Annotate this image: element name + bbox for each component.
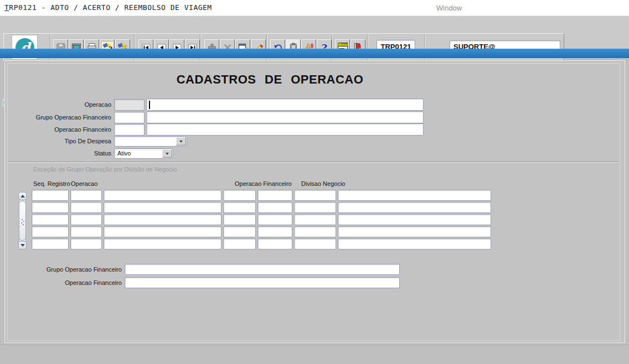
grid-cell-r5-c4[interactable] bbox=[223, 238, 256, 249]
grid-cell-r1-c1[interactable] bbox=[32, 190, 69, 201]
grid-cell-r1-c3[interactable] bbox=[104, 190, 221, 201]
grid-cell-r3-c5[interactable] bbox=[257, 214, 292, 225]
section-divider bbox=[8, 162, 619, 163]
grid-cell-r5-c6[interactable] bbox=[294, 238, 336, 249]
grid-cell-r1-c7[interactable] bbox=[338, 190, 491, 201]
svg-text:Menu: Menu bbox=[338, 43, 347, 46]
grid-cell-r2-c1[interactable] bbox=[32, 202, 69, 213]
grid-cell-r1-c2[interactable] bbox=[70, 190, 102, 201]
bottom-tab-bar: Solicitacao NumerarioAcerto NumerarioRee… bbox=[0, 345, 629, 364]
label-operacao-financeiro: Operacao Financeiro bbox=[17, 126, 111, 133]
grid-cell-r5-c7[interactable] bbox=[338, 238, 491, 249]
grid-cell-r3-c2[interactable] bbox=[70, 214, 102, 225]
grid-cell-r4-c4[interactable] bbox=[223, 226, 256, 237]
text-cursor bbox=[149, 101, 150, 109]
grid-cell-r3-c7[interactable] bbox=[338, 214, 491, 225]
column-header-seq-registro: Seq. Registro bbox=[33, 180, 70, 187]
label-operacao: Operacao bbox=[17, 101, 111, 108]
operacao-financeiro-code-field[interactable] bbox=[114, 124, 145, 136]
operacao-description-field[interactable] bbox=[146, 98, 424, 111]
grid-cell-r4-c2[interactable] bbox=[70, 226, 102, 237]
column-header-divisao-negocio: Divisao Negocio bbox=[301, 180, 345, 187]
scroll-up-button[interactable] bbox=[18, 192, 27, 200]
column-header-operacao: Operacao bbox=[71, 180, 97, 187]
menu-window[interactable]: Window bbox=[436, 4, 462, 12]
chevron-down-icon bbox=[179, 141, 183, 144]
mdi-titlebar: Denver Erp bbox=[0, 49, 629, 58]
grid-cell-r4-c6[interactable] bbox=[294, 226, 336, 237]
grid-cell-r2-c7[interactable] bbox=[338, 202, 491, 213]
grid-cell-r4-c7[interactable] bbox=[338, 226, 491, 237]
grid-cell-r4-c3[interactable] bbox=[104, 226, 221, 237]
window-title: TRP0121 - ADTO / ACERTO / REEMBOLSO DE V… bbox=[4, 3, 212, 12]
status-value: Ativo bbox=[117, 149, 131, 158]
operacao-financeiro-description-field[interactable] bbox=[146, 123, 424, 136]
bottom-operacao-financeiro-field[interactable] bbox=[125, 277, 400, 288]
arrow-down-icon bbox=[20, 244, 25, 249]
bottom-grupo-operacao-financeiro-field[interactable] bbox=[125, 264, 400, 275]
grid-cell-r4-c1[interactable] bbox=[32, 226, 69, 237]
vertical-scrollbar bbox=[18, 192, 27, 249]
tipo-de-despesa-dropdown[interactable] bbox=[114, 136, 187, 147]
column-header-operacao-financeiro: Operacao Financeiro bbox=[235, 180, 292, 187]
grid-cell-r3-c4[interactable] bbox=[223, 214, 256, 225]
grid-cell-r5-c1[interactable] bbox=[32, 238, 69, 249]
grid-cell-r2-c2[interactable] bbox=[70, 202, 102, 213]
grupo-operacao-financeiro-description-field[interactable] bbox=[146, 111, 424, 123]
label-grupo-operacao-financeiro: Grupo Operacao Financeiro bbox=[17, 114, 111, 121]
grid-cell-r2-c4[interactable] bbox=[223, 202, 256, 213]
exception-section-title: Exceção de Grupo Operação por Divisão de… bbox=[33, 166, 177, 173]
operacao-code-field[interactable] bbox=[114, 99, 145, 111]
grid-cell-r5-c3[interactable] bbox=[104, 238, 221, 249]
grid-cell-r3-c3[interactable] bbox=[104, 214, 221, 225]
grupo-operacao-financeiro-code-field[interactable] bbox=[114, 112, 145, 123]
grid-cell-r1-c6[interactable] bbox=[294, 190, 336, 201]
status-dropdown-button[interactable] bbox=[162, 149, 172, 158]
grid-cell-r5-c2[interactable] bbox=[70, 238, 102, 249]
grid-cell-r1-c5[interactable] bbox=[257, 190, 292, 201]
page-title: CADASTROS DE OPERACAO bbox=[61, 72, 479, 87]
scrollbar-thumb[interactable] bbox=[19, 201, 26, 241]
application-window: TRP0121 - ADTO / ACERTO / REEMBOLSO DE V… bbox=[0, 0, 629, 364]
grid-cell-r1-c4[interactable] bbox=[223, 190, 256, 201]
status-dropdown[interactable]: Ativo bbox=[114, 148, 173, 159]
toolbar: d ??Menu TRP0121 SUPORTE@ bbox=[0, 15, 629, 49]
scrollbar-grip bbox=[22, 219, 23, 220]
grid-cell-r3-c1[interactable] bbox=[32, 214, 69, 225]
window-titlebar: TRP0121 - ADTO / ACERTO / REEMBOLSO DE V… bbox=[0, 0, 629, 15]
grid-cell-r2-c5[interactable] bbox=[257, 202, 292, 213]
label-bottom-grupo-operacao-financeiro: Grupo Operacao Financeiro bbox=[22, 266, 122, 273]
chevron-down-icon bbox=[166, 153, 169, 157]
grid-cell-r5-c5[interactable] bbox=[257, 238, 292, 249]
arrow-up-icon bbox=[20, 193, 25, 197]
label-status: Status bbox=[17, 150, 111, 157]
label-tipo-de-despesa: Tipo De Despesa bbox=[17, 138, 111, 144]
grid-cell-r4-c5[interactable] bbox=[257, 226, 292, 237]
scroll-down-button[interactable] bbox=[18, 241, 27, 249]
grid-cell-r2-c3[interactable] bbox=[104, 202, 221, 213]
grid-cell-r2-c6[interactable] bbox=[294, 202, 336, 213]
tipo-de-despesa-dropdown-button[interactable] bbox=[176, 137, 186, 145]
grid-cell-r3-c6[interactable] bbox=[294, 214, 336, 225]
label-bottom-operacao-financeiro: Operacao Financeiro bbox=[22, 279, 122, 286]
